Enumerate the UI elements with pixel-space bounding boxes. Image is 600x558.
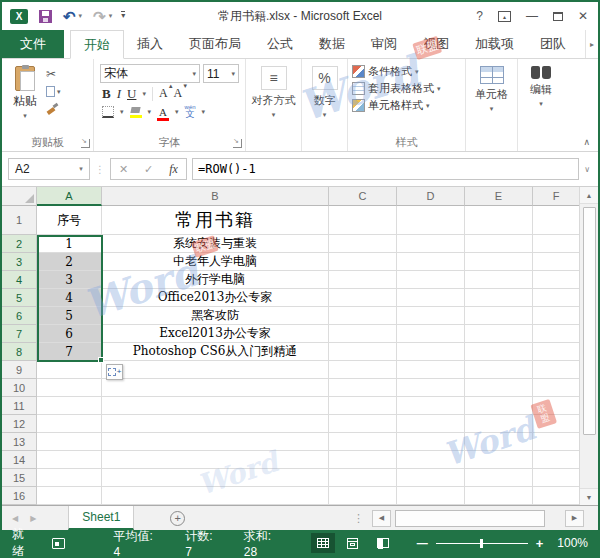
cell[interactable] [329, 325, 397, 343]
ribbon-group-number[interactable]: % 数字 ▾ [302, 59, 348, 151]
cell[interactable] [397, 206, 465, 235]
row-header[interactable]: 3 [2, 253, 37, 271]
normal-view-button[interactable] [311, 533, 335, 553]
tab-page-layout[interactable]: 页面布局 [176, 30, 254, 58]
ribbon-group-alignment[interactable]: ≡ 对齐方式 ▾ [246, 59, 302, 151]
maximize-icon[interactable] [553, 12, 563, 21]
cell-a8[interactable]: 7 [37, 343, 102, 361]
cell[interactable] [465, 343, 533, 361]
cell[interactable] [329, 487, 397, 505]
enter-icon[interactable]: ✓ [136, 163, 161, 176]
format-as-table-button[interactable]: 套用表格格式 ▾ [352, 81, 463, 96]
cell-a3[interactable]: 2 [37, 253, 102, 271]
cell[interactable] [102, 361, 329, 379]
cell[interactable] [37, 433, 102, 451]
cell[interactable] [397, 343, 465, 361]
cell[interactable] [329, 343, 397, 361]
formula-bar-splitter[interactable]: ⋮ [95, 164, 105, 175]
vertical-scroll-thumb[interactable] [583, 207, 596, 435]
tab-insert[interactable]: 插入 [124, 30, 176, 58]
cell[interactable] [465, 469, 533, 487]
scroll-left-icon[interactable]: ◀ [372, 510, 391, 527]
zoom-level[interactable]: 100% [557, 536, 588, 550]
row-header[interactable]: 12 [2, 415, 37, 433]
cell[interactable] [397, 415, 465, 433]
cell[interactable] [465, 271, 533, 289]
cell[interactable] [329, 415, 397, 433]
italic-button[interactable]: I [117, 87, 121, 100]
vertical-scrollbar[interactable]: ▲ ▼ [579, 187, 598, 505]
cell[interactable] [533, 271, 579, 289]
cell[interactable] [329, 271, 397, 289]
cell[interactable] [37, 415, 102, 433]
column-header-c[interactable]: C [329, 187, 397, 206]
borders-icon[interactable] [102, 106, 114, 118]
cell-b8[interactable]: Photoshop CS6从入门到精通 [102, 343, 329, 361]
redo-icon[interactable]: ↷ [93, 9, 106, 24]
row-header[interactable]: 7 [2, 325, 37, 343]
sheet-nav-right-icon[interactable]: ▶ [30, 514, 36, 523]
cell-a7[interactable]: 6 [37, 325, 102, 343]
cell[interactable] [397, 397, 465, 415]
cell[interactable] [465, 253, 533, 271]
cell[interactable] [329, 235, 397, 253]
cell[interactable] [102, 451, 329, 469]
name-box-dropdown-icon[interactable]: ▾ [73, 165, 89, 173]
save-icon[interactable] [39, 10, 52, 23]
column-header-a[interactable]: A [37, 187, 102, 206]
cell-b6[interactable]: 黑客攻防 [102, 307, 329, 325]
cell[interactable] [465, 206, 533, 235]
zoom-out-icon[interactable]: — [417, 538, 428, 549]
cell[interactable] [533, 379, 579, 397]
insert-function-icon[interactable]: fx [161, 162, 186, 177]
column-header-f[interactable]: F [533, 187, 579, 206]
cell[interactable] [397, 361, 465, 379]
cell[interactable] [329, 289, 397, 307]
cell[interactable] [102, 397, 329, 415]
cell-a6[interactable]: 5 [37, 307, 102, 325]
cell[interactable] [37, 397, 102, 415]
page-break-view-button[interactable] [371, 533, 395, 553]
excel-app-icon[interactable]: X [10, 9, 28, 24]
cell-b4[interactable]: 外行学电脑 [102, 271, 329, 289]
ribbon-group-cells[interactable]: 单元格 ▾ [466, 59, 518, 151]
tab-view[interactable]: 视图 [410, 30, 462, 58]
cell[interactable] [465, 361, 533, 379]
horizontal-scrollbar[interactable]: ◀ ▶ [372, 510, 584, 527]
tab-formulas[interactable]: 公式 [254, 30, 306, 58]
redo-dropdown-icon[interactable]: ▾ [109, 12, 113, 20]
cell[interactable] [533, 415, 579, 433]
cell[interactable] [533, 307, 579, 325]
cell[interactable] [533, 361, 579, 379]
cell[interactable] [397, 451, 465, 469]
tab-data[interactable]: 数据 [306, 30, 358, 58]
cell[interactable] [329, 433, 397, 451]
ribbon-display-options-icon[interactable]: ▴ [498, 11, 511, 22]
cell[interactable] [533, 253, 579, 271]
select-all-corner[interactable] [2, 187, 37, 206]
cell[interactable] [465, 379, 533, 397]
cell[interactable] [102, 433, 329, 451]
formula-input[interactable] [192, 158, 579, 180]
horizontal-scroll-thumb[interactable] [395, 510, 545, 527]
copy-button[interactable]: ▾ [46, 86, 61, 97]
cell[interactable] [465, 487, 533, 505]
cell[interactable] [533, 469, 579, 487]
cell[interactable] [465, 415, 533, 433]
cell-b3[interactable]: 中老年人学电脑 [102, 253, 329, 271]
undo-dropdown-icon[interactable]: ▾ [79, 12, 83, 20]
row-header[interactable]: 2 [2, 235, 37, 253]
cell[interactable] [329, 469, 397, 487]
cell[interactable] [37, 487, 102, 505]
cell[interactable] [533, 289, 579, 307]
scroll-up-icon[interactable]: ▲ [580, 187, 598, 204]
cell[interactable] [465, 307, 533, 325]
conditional-formatting-button[interactable]: 条件格式 ▾ [352, 64, 463, 79]
active-cell-a2[interactable]: 1 [37, 235, 102, 253]
zoom-slider[interactable] [436, 543, 528, 544]
cell[interactable] [102, 469, 329, 487]
zoom-in-icon[interactable]: + [536, 537, 544, 550]
row-header[interactable]: 8 [2, 343, 37, 361]
column-header-d[interactable]: D [397, 187, 465, 206]
name-box[interactable]: A2 ▾ [8, 158, 90, 180]
